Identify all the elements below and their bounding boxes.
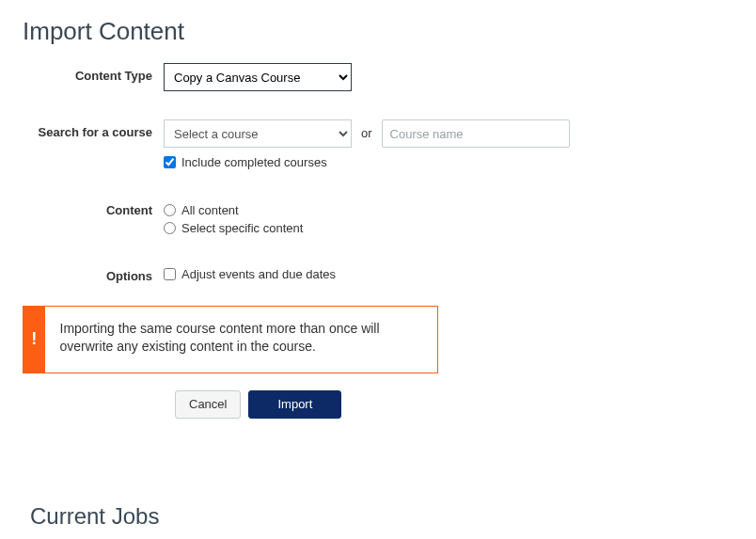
all-content-radio[interactable] [164, 204, 176, 216]
import-button[interactable]: Import [248, 390, 341, 419]
include-completed-checkbox[interactable] [164, 156, 176, 168]
content-row: Content All content Select specific cont… [23, 198, 733, 235]
cancel-button[interactable]: Cancel [175, 390, 241, 419]
search-course-label: Search for a course [23, 119, 164, 139]
search-course-row: Search for a course Select a course or I… [23, 119, 733, 169]
course-select[interactable]: Select a course [164, 119, 352, 148]
content-type-select[interactable]: Copy a Canvas Course [164, 63, 352, 91]
warning-alert: ! Importing the same course content more… [23, 306, 438, 373]
button-row: Cancel Import [175, 390, 733, 419]
page-title: Import Content [23, 17, 733, 46]
options-row: Options Adjust events and due dates [23, 263, 733, 283]
content-type-label: Content Type [23, 63, 164, 83]
jobs-section: Current Jobs Desire2Learn ...98_202430_2… [23, 503, 733, 539]
warning-icon: ! [24, 307, 45, 373]
content-label: Content [23, 198, 164, 217]
all-content-label: All content [181, 203, 239, 217]
or-text: or [361, 119, 372, 148]
include-completed-label: Include completed courses [181, 155, 327, 169]
options-label: Options [23, 263, 164, 283]
content-type-row: Content Type Copy a Canvas Course [23, 63, 733, 91]
course-name-input[interactable] [382, 119, 570, 148]
adjust-dates-label: Adjust events and due dates [181, 267, 336, 281]
warning-text: Importing the same course content more t… [45, 307, 437, 373]
specific-content-label: Select specific content [181, 221, 303, 235]
jobs-title: Current Jobs [30, 503, 733, 539]
specific-content-radio[interactable] [164, 222, 176, 234]
adjust-dates-checkbox[interactable] [164, 268, 176, 280]
